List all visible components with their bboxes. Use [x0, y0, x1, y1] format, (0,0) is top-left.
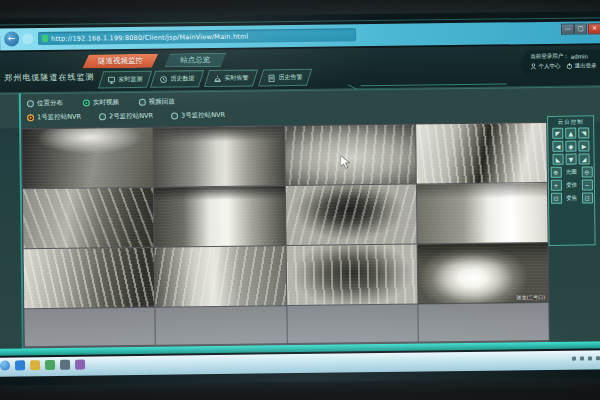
header-decor-line [361, 83, 507, 86]
camera-feed-r3c1[interactable] [24, 248, 155, 309]
mouse-cursor [341, 154, 351, 173]
taskbar-icon-image-viewer[interactable] [75, 360, 85, 370]
radio-dot [83, 100, 90, 107]
window-minimize-button[interactable]: — [561, 24, 574, 35]
radio-dot [171, 112, 178, 119]
radio-label: 位置分布 [37, 99, 63, 108]
tray-icon[interactable] [580, 356, 584, 360]
personal-center-link[interactable]: 个人中心 [538, 63, 560, 70]
ptz-panel-title: 云台控制 [548, 118, 593, 126]
focus-label: 变焦 [564, 195, 580, 202]
ptz-down-right-button[interactable]: ◢ [579, 153, 590, 164]
focus-far-button[interactable]: ⊡ [581, 192, 592, 203]
menu-item-label: 实时告警 [225, 74, 249, 83]
alarm-icon [214, 74, 222, 82]
ptz-down-button[interactable]: ▼ [566, 154, 577, 165]
browser-back-button[interactable]: ← [4, 31, 19, 46]
ptz-up-button[interactable]: ▲ [565, 128, 576, 139]
camera-feed-r3c4[interactable]: 隧道(二号口) [417, 243, 548, 304]
ptz-center-button[interactable]: ◉ [565, 141, 576, 152]
monitor-screen: ← http://192.168.1.199:8080/Client/jsp/M… [0, 11, 600, 385]
site-security-icon [42, 35, 48, 42]
url-field[interactable]: http://192.168.1.199:8080/Client/jsp/Mai… [38, 28, 356, 45]
zoom-out-button[interactable]: − [581, 179, 592, 190]
radio-nvr-station-3[interactable]: 3号监控站NVR [171, 111, 225, 121]
camera-feed-r3c3[interactable] [286, 245, 417, 306]
menu-item-label: 历史数据 [171, 74, 195, 83]
person-icon [530, 63, 536, 70]
iris-open-button[interactable]: ⊕ [550, 167, 561, 178]
tray-icon[interactable] [596, 356, 600, 360]
radio-label: 实时视频 [93, 98, 119, 107]
focus-near-button[interactable]: ⊡ [550, 193, 561, 204]
radio-location-map[interactable]: 位置分布 [27, 99, 63, 108]
radio-dot [27, 114, 34, 121]
radio-label: 3号监控站NVR [181, 111, 225, 121]
radio-nvr-station-2[interactable]: 2号监控站NVR [99, 112, 153, 122]
menu-item-label: 实时监测 [119, 75, 143, 84]
menu-item-history-data[interactable]: 历史数据 [150, 70, 204, 88]
tab-tunnel-video[interactable]: 隧道视频监控 [82, 54, 158, 69]
radio-live-video[interactable]: 实时视频 [83, 98, 119, 107]
logout-icon [566, 63, 572, 70]
radio-video-playback[interactable]: 视频回放 [139, 97, 175, 106]
camera-feed-r1c4[interactable] [416, 123, 547, 184]
camera-feed-r3c2[interactable] [155, 246, 286, 307]
camera-feed-r2c3[interactable] [285, 185, 416, 246]
logout-link[interactable]: 退出登录 [574, 62, 596, 69]
menu-item-history-alarm[interactable]: 历史告警 [258, 69, 312, 87]
iris-label: 光圈 [563, 169, 579, 176]
empty-cell [24, 308, 155, 347]
username: admin [571, 53, 588, 59]
camera-feed-r2c1[interactable] [23, 188, 154, 249]
zoom-in-button[interactable]: + [550, 180, 561, 191]
url-text: http://192.168.1.199:8080/Client/jsp/Mai… [51, 32, 249, 42]
history-icon [160, 75, 168, 83]
start-button[interactable] [0, 361, 10, 371]
camera-feed-r2c2[interactable] [154, 186, 285, 247]
radio-label: 视频回放 [149, 97, 175, 106]
tab-site-overview[interactable]: 站点总览 [164, 53, 226, 68]
login-user-label: 当前登录用户： [530, 53, 569, 60]
report-icon [268, 74, 276, 82]
menu-item-label: 历史告警 [279, 73, 303, 82]
tray-icon[interactable] [588, 356, 592, 360]
window-maximize-button[interactable]: ▢ [574, 23, 587, 34]
empty-cell [156, 306, 287, 345]
radio-dot [99, 113, 106, 120]
empty-cell [287, 305, 418, 344]
ptz-up-left-button[interactable]: ◤ [552, 128, 563, 139]
empty-cell [418, 303, 549, 342]
iris-close-button[interactable]: ⊖ [581, 166, 592, 177]
ptz-right-button[interactable]: ▶ [578, 140, 589, 151]
ptz-control-panel: 云台控制 ◤ ▲ ◥ ◀ ◉ ▶ ◣ ▼ ◢ ⊕ 光圈 ⊖ + 变倍 − ⊡ 变… [547, 115, 596, 246]
taskbar-icon-file-explorer[interactable] [60, 360, 70, 370]
radio-dot [27, 100, 34, 107]
menu-item-realtime-alarm[interactable]: 实时告警 [204, 69, 258, 87]
taskbar-icon-ie-browser[interactable] [15, 360, 25, 370]
user-panel: 当前登录用户： admin 个人中心 退出登录 [518, 49, 600, 80]
camera-feed-r1c1[interactable] [22, 128, 153, 189]
monitor-icon [108, 76, 116, 84]
ptz-left-button[interactable]: ◀ [552, 141, 563, 152]
menu-item-realtime-monitor[interactable]: 实时监测 [98, 71, 152, 89]
video-wall: 隧道(二号口) [21, 122, 550, 349]
camera-osd-label: 隧道(二号口) [516, 294, 545, 300]
camera-feed-r2c4[interactable] [417, 183, 548, 244]
taskbar-icon-media-player[interactable] [45, 360, 55, 370]
ptz-up-right-button[interactable]: ◥ [578, 127, 589, 138]
window-close-button[interactable]: ✕ [588, 23, 600, 34]
radio-label: 1号监控站NVR [37, 113, 81, 123]
browser-forward-button[interactable] [22, 33, 33, 44]
camera-feed-r1c2[interactable] [153, 126, 284, 187]
system-tray[interactable] [572, 356, 600, 360]
radio-label: 2号监控站NVR [109, 112, 153, 122]
taskbar-icon-folder[interactable] [30, 360, 40, 370]
tray-icon[interactable] [572, 357, 576, 361]
radio-nvr-station-1[interactable]: 1号监控站NVR [27, 113, 81, 123]
ptz-down-left-button[interactable]: ◣ [553, 154, 564, 165]
radio-dot [139, 99, 146, 106]
app-logo-title: 郑州电缆隧道在线监测 [4, 71, 94, 83]
zoom-label: 变倍 [563, 182, 579, 189]
